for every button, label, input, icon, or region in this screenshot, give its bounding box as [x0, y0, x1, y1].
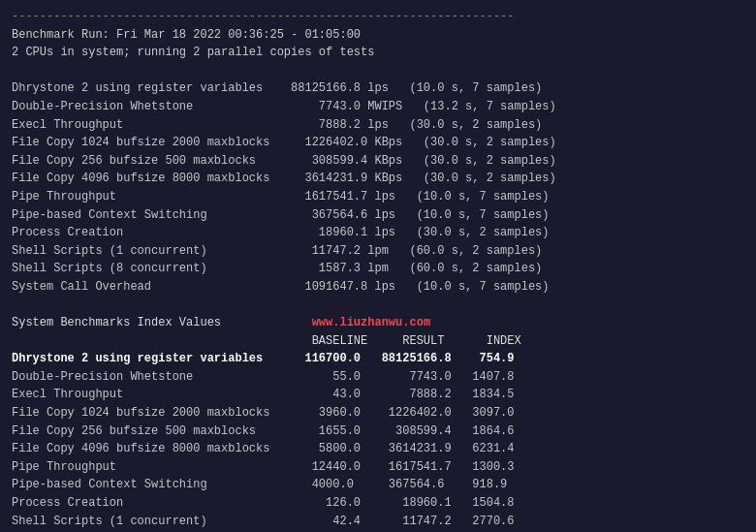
- index-pipe: Pipe Throughput 12440.0 1617541.7 1300.3: [12, 458, 744, 477]
- index-columns: BASELINE RESULT INDEX: [12, 332, 744, 351]
- result-shell1: Shell Scripts (1 concurrent) 11747.2 lpm…: [12, 242, 744, 261]
- index-process: Process Creation 126.0 18960.1 1504.8: [12, 494, 744, 513]
- result-filecopy256: File Copy 256 bufsize 500 maxblocks 3085…: [12, 152, 744, 171]
- result-whetstone: Double-Precision Whetstone 7743.0 MWIPS …: [12, 98, 744, 116]
- cpu-info-line: 2 CPUs in system; running 2 parallel cop…: [12, 44, 744, 62]
- result-process: Process Creation 18960.1 lps (30.0 s, 2 …: [12, 224, 744, 242]
- result-execl: Execl Throughput 7888.2 lps (30.0 s, 2 s…: [12, 116, 744, 135]
- result-syscall: System Call Overhead 1091647.8 lps (10.0…: [12, 278, 744, 297]
- index-execl: Execl Throughput 43.0 7888.2 1834.5: [12, 386, 744, 404]
- result-shell8: Shell Scripts (8 concurrent) 1587.3 lpm …: [12, 260, 744, 278]
- index-filecopy1024: File Copy 1024 bufsize 2000 maxblocks 39…: [12, 404, 744, 422]
- index-filecopy256: File Copy 256 bufsize 500 maxblocks 1655…: [12, 422, 744, 441]
- blank-1: [12, 62, 744, 80]
- result-pipe-context: Pipe-based Context Switching 367564.6 lp…: [12, 206, 744, 225]
- index-shell1: Shell Scripts (1 concurrent) 42.4 11747.…: [12, 513, 744, 531]
- separator-top: ----------------------------------------…: [12, 8, 744, 26]
- index-whetstone: Double-Precision Whetstone 55.0 7743.0 1…: [12, 368, 744, 387]
- index-filecopy4096: File Copy 4096 bufsize 8000 maxblocks 58…: [12, 440, 744, 458]
- index-dhrystone: Dhrystone 2 using register variables 116…: [12, 350, 744, 368]
- benchmark-run-line: Benchmark Run: Fri Mar 18 2022 00:36:25 …: [12, 26, 744, 45]
- result-dhrystone: Dhrystone 2 using register variables 881…: [12, 79, 744, 98]
- result-pipe: Pipe Throughput 1617541.7 lps (10.0 s, 7…: [12, 188, 744, 206]
- index-header: System Benchmarks Index Values www.liuzh…: [12, 314, 744, 332]
- result-filecopy1024: File Copy 1024 bufsize 2000 maxblocks 12…: [12, 134, 744, 152]
- result-filecopy4096: File Copy 4096 bufsize 8000 maxblocks 36…: [12, 170, 744, 188]
- blank-2: [12, 297, 744, 315]
- terminal: ----------------------------------------…: [12, 8, 744, 532]
- index-pipe-context: Pipe-based Context Switching 4000.0 3675…: [12, 476, 744, 494]
